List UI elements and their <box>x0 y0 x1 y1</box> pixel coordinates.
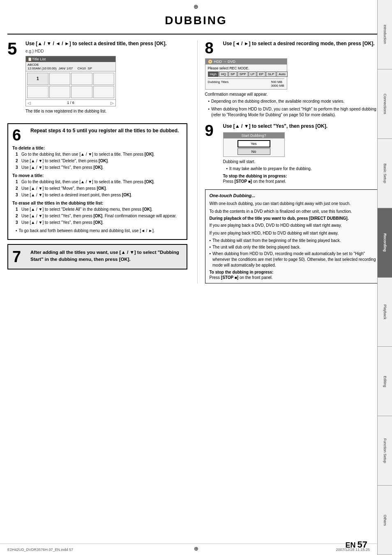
step6-title: Repeat steps 4 to 5 until you register a… <box>30 127 179 134</box>
page-container: ⊕ DUBBING 5 Use [▲ / ▼ / ◄ / ►] to selec… <box>0 0 392 555</box>
start-dubbing-header: Start Dubbing? <box>224 133 284 138</box>
delete-text-3: Use [▲ / ▼] to select "Yes", then press … <box>21 165 182 170</box>
step5-container: 5 Use [▲ / ▼ / ◄ / ►] to select a desire… <box>7 40 187 117</box>
delete-step-3: 3 Use [▲ / ▼] to select "Yes", then pres… <box>12 165 182 170</box>
main-content: 5 Use [▲ / ▼ / ◄ / ►] to select a desire… <box>7 35 385 283</box>
mode-high: High <box>208 71 219 77</box>
arrow-left-icon: ◁ <box>28 101 31 105</box>
mode-hq: HQ <box>219 71 228 77</box>
one-touch-intro1: With one-touch dubbing, you can start du… <box>210 200 380 207</box>
move-title-section: To move a title: 1 Go to the dubbing lis… <box>12 173 182 198</box>
delete-num-2: 2 <box>16 158 21 164</box>
delete-num-1: 1 <box>16 152 21 157</box>
erase-step-3: 3 Use [▲ / ▼] to select "Yes", then pres… <box>12 220 182 226</box>
erase-titles-section: To erase all the titles in the dubbing t… <box>12 200 182 226</box>
title-list-info: ABCDE 12:00AM (10:00:00) JAN/ 1/07 CH10 … <box>26 62 115 71</box>
step8-note-2: Depending on the dubbing direction, the … <box>205 99 385 104</box>
hdd-dvd-label: Please select REC MODE. <box>208 66 284 70</box>
erase-text-2: Use [▲ / ▼] to select "Yes", then press … <box>21 213 182 219</box>
arrow-right-icon: ▷ <box>111 101 114 105</box>
nav-editing[interactable]: Editing <box>377 347 392 416</box>
delete-text-1: Go to the dubbing list, then use [▲ / ▼]… <box>21 152 182 157</box>
delete-step-2: 2 Use [▲ / ▼] to select "Delete", then p… <box>12 158 182 164</box>
nav-introduction[interactable]: Introduction <box>377 0 392 69</box>
hdd-dvd-header: 📀 HDD → DVD <box>205 59 287 64</box>
erase-text-1: Use [▲ / ▼] to select "Delete All" in th… <box>21 207 182 212</box>
title-cell-6 <box>49 86 71 98</box>
title-cell-1: 1 <box>27 73 48 85</box>
title-cell-2 <box>49 73 71 85</box>
step5-subtitle: e.g.) HDD <box>25 49 187 53</box>
erase-num-3: 3 <box>16 220 21 226</box>
erase-titles-heading: To erase all the titles in the dubbing t… <box>12 200 182 205</box>
move-text-1: Go to the dubbing list, then use [▲ / ▼]… <box>21 179 182 185</box>
erase-num-2: 2 <box>16 213 21 219</box>
move-step-2: 2 Use [▲ / ▼] to select "Move", then pre… <box>12 186 182 191</box>
page-title: DUBBING <box>7 12 385 35</box>
one-touch-intro2: To dub the contents in a DVD which is fi… <box>210 208 380 214</box>
delete-num-3: 3 <box>16 165 21 170</box>
one-touch-bullet-2: The unit will dub only the title being p… <box>210 244 380 250</box>
step6-number: 6 <box>12 127 28 143</box>
delete-title-section: To delete a title: 1 Go to the dubbing l… <box>12 145 182 170</box>
page-number-area: EN 57 <box>346 539 368 550</box>
title-list-label: Title List <box>32 57 46 61</box>
delete-text-2: Use [▲ / ▼] to select "Delete", then pre… <box>21 158 182 164</box>
move-num-3: 3 <box>16 192 21 198</box>
bottom-icon: ⊕ <box>194 546 198 552</box>
mode-lp: LP <box>249 71 257 77</box>
hdd-dvd-content: Please select REC MODE. High HQ SP SPP L… <box>205 64 287 89</box>
step9-number: 9 <box>205 123 221 138</box>
step9-content: Use [▲ / ▼] to select "Yes", then press … <box>223 123 385 184</box>
step8-number: 8 <box>205 40 221 56</box>
nav-function-setup[interactable]: Function Setup <box>377 416 392 486</box>
nav-playback[interactable]: Playback <box>377 278 392 347</box>
title-list-box: 📋 Title List ABCDE 12:00AM (10:00:00) JA… <box>25 56 116 106</box>
one-touch-stop-text: Press [STOP ■] on the front panel. <box>210 275 380 280</box>
move-num-1: 1 <box>16 179 21 185</box>
step8-title: Use [◄ / ►] to select a desired recordin… <box>223 40 375 47</box>
step8-note-1: Confirmation message will appear. <box>205 92 385 97</box>
step9-note-1: Dubbing will start. <box>223 159 385 164</box>
step9-title: Use [▲ / ▼] to select "Yes", then press … <box>223 123 385 130</box>
nav-others[interactable]: Others <box>377 486 392 555</box>
rec-mode-buttons: High HQ SP SPP LP EP SLP Auto <box>208 71 284 77</box>
title-list-footer: ◁ 1 / 6 ▷ <box>26 99 115 106</box>
delete-title-heading: To delete a title: <box>12 145 182 150</box>
footer-left: E2H42UD_DVDR3576H-37_EN.indd 57 <box>7 548 73 552</box>
title-list-header: 📋 Title List <box>26 56 115 62</box>
nav-connections[interactable]: Connections <box>377 69 392 139</box>
erase-text-3: Use [▲ / ▼] to select "Yes", then press … <box>21 220 182 226</box>
step9-container: 9 Use [▲ / ▼] to select "Yes", then pres… <box>205 123 385 184</box>
title-date: 12:00AM (10:00:00) JAN/ 1/07 CH10 SP <box>28 67 114 70</box>
one-touch-box: One-touch Dubbing... With one-touch dubb… <box>205 189 385 283</box>
step5-number: 5 <box>7 40 23 58</box>
dubbing-options: Yes No <box>224 138 284 157</box>
dubbing-titles-label: Dubbing Titles <box>208 80 229 88</box>
move-step-1: 1 Go to the dubbing list, then use [▲ / … <box>12 179 182 185</box>
side-nav: Introduction Connections Basic Setup Rec… <box>377 0 392 555</box>
move-title-heading: To move a title: <box>12 173 182 178</box>
step7-title: After adding all the titles you want, us… <box>30 249 182 263</box>
title-cell-7 <box>71 86 92 98</box>
right-column: 8 Use [◄ / ►] to select a desired record… <box>198 40 385 283</box>
step5-title: Use [▲ / ▼ / ◄ / ►] to select a desired … <box>25 40 187 47</box>
erase-num-1: 1 <box>16 207 21 212</box>
dubbing-titles-row: Dubbing Titles 500 MB 3000 MB <box>208 78 284 88</box>
title-cell-4 <box>93 73 115 85</box>
nav-basic-setup[interactable]: Basic Setup <box>377 139 392 208</box>
left-column: 5 Use [▲ / ▼ / ◄ / ►] to select a desire… <box>7 40 198 283</box>
nav-recording[interactable]: Recording <box>377 208 392 278</box>
page-number: 57 <box>357 539 367 550</box>
step9-stop-heading: To stop the dubbing in progress: <box>223 174 385 178</box>
title-list-icon: 📋 <box>28 57 32 61</box>
bottom-bar: E2H42UD_DVDR3576H-37_EN.indd 57 2007/12/… <box>0 543 377 555</box>
step9-note-2: It may take awhile to prepare for the du… <box>223 166 385 172</box>
one-touch-stop-heading: To stop the dubbing in progress: <box>210 270 380 274</box>
step7-box: 7 After adding all the titles you want, … <box>7 244 187 269</box>
one-touch-bullet-1: The dubbing will start from the beginnin… <box>210 238 380 244</box>
one-touch-direct-heading: During playback of the title you want to… <box>210 216 380 221</box>
step9-stop-text: Press [STOP ■] on the front panel. <box>223 179 385 184</box>
one-touch-para1: If you are playing back a DVD, DVD to HD… <box>210 222 380 228</box>
mode-sp: SP <box>228 71 237 77</box>
